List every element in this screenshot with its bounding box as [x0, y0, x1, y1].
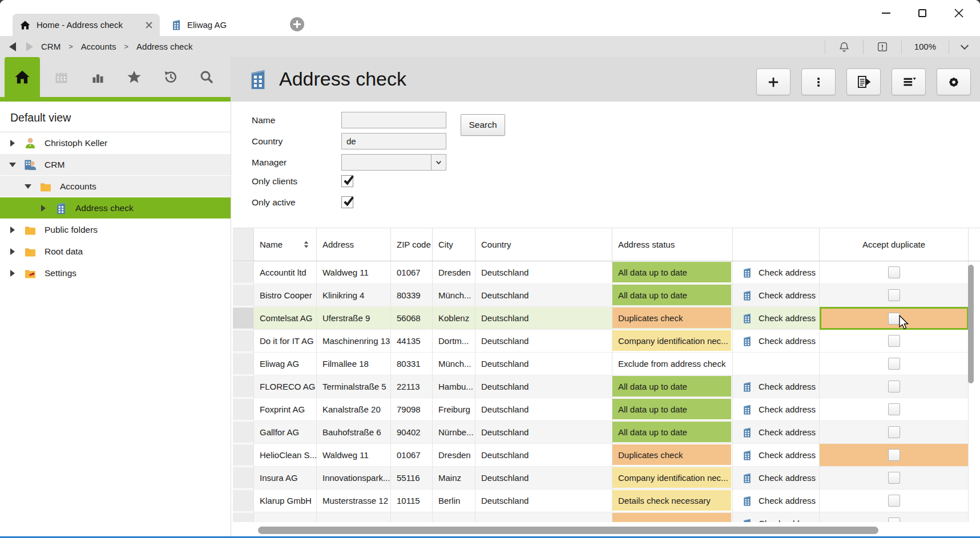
cell-address-status[interactable]: Duplicates check	[612, 307, 733, 330]
table-row[interactable]: Comtelsat AG Uferstraße 9 56068 Koblenz …	[233, 307, 980, 330]
nav-favorites-button[interactable]	[122, 69, 147, 85]
more-actions-button[interactable]	[801, 68, 836, 95]
cell-country[interactable]: Deutschland	[475, 398, 612, 421]
cell-address[interactable]	[317, 512, 391, 522]
cell-address[interactable]: Bauhofstraße 6	[317, 421, 391, 444]
cell-city[interactable]: Dresden	[433, 444, 475, 467]
cell-city[interactable]: Münch...	[433, 353, 475, 375]
zoom-dropdown-button[interactable]	[949, 45, 980, 48]
table-row[interactable]: Accountit ltd Waldweg 11 01067 Dresden D…	[233, 261, 980, 284]
country-input[interactable]	[341, 133, 446, 149]
table-row[interactable]: HelioClean S... Waldweg 11 01067 Dresden…	[233, 444, 980, 467]
cell-address-status[interactable]: All data up to date	[612, 261, 733, 284]
table-row[interactable]: Foxprint AG Kanalstraße 20 79098 Freibur…	[233, 398, 980, 421]
row-gutter[interactable]	[233, 490, 254, 512]
only-clients-checkbox[interactable]	[341, 175, 353, 187]
table-row[interactable]: Gallfor AG Bauhofstraße 6 90402 Nürnbe..…	[233, 421, 980, 444]
cell-address[interactable]: Musterstrasse 12	[317, 490, 391, 512]
cell-name[interactable]: Foxprint AG	[254, 398, 317, 421]
sidebar-item-christoph-keller[interactable]: Christoph Keller	[0, 132, 231, 154]
row-gutter[interactable]	[233, 330, 254, 353]
vertical-scrollbar[interactable]	[968, 265, 974, 383]
cell-accept-duplicate[interactable]	[820, 467, 969, 490]
accept-duplicate-checkbox[interactable]	[888, 266, 900, 278]
forward-icon[interactable]	[26, 42, 33, 51]
column-header-address-status[interactable]: Address status	[612, 228, 733, 261]
check-address-button[interactable]: Check address	[733, 398, 820, 421]
row-gutter[interactable]	[233, 307, 254, 330]
check-address-button[interactable]: Check address	[733, 467, 820, 490]
cell-address-status[interactable]: All data up to date	[612, 398, 733, 421]
cell-zip[interactable]: 22113	[391, 375, 433, 398]
new-tab-button[interactable]	[290, 17, 304, 31]
cell-city[interactable]: Dortm...	[433, 330, 475, 353]
column-header-country[interactable]: Country	[475, 228, 612, 261]
cell-accept-duplicate[interactable]	[820, 353, 969, 375]
cell-accept-duplicate[interactable]	[820, 421, 969, 444]
cell-name[interactable]: Klarup GmbH	[254, 490, 317, 512]
cell-zip[interactable]: 55116	[391, 467, 433, 490]
cell-zip[interactable]: 80331	[391, 353, 433, 375]
expand-arrow-icon[interactable]	[9, 140, 16, 147]
cell-address-status[interactable]: Company identification nec...	[612, 467, 733, 490]
cell-zip[interactable]: 01067	[391, 261, 433, 284]
expand-arrow-icon[interactable]	[9, 163, 16, 167]
cell-address[interactable]: Maschinenring 13	[317, 330, 391, 353]
cell-name[interactable]: Gallfor AG	[254, 421, 317, 444]
check-address-button[interactable]: Check address	[733, 307, 820, 330]
cell-country[interactable]	[475, 512, 612, 522]
cell-accept-duplicate[interactable]	[820, 512, 969, 522]
accept-duplicate-checkbox[interactable]	[888, 426, 900, 438]
breadcrumb-item-accounts[interactable]: Accounts	[81, 42, 116, 51]
maximize-button[interactable]	[914, 5, 931, 22]
cell-accept-duplicate[interactable]	[820, 330, 969, 353]
check-address-button[interactable]: Check address	[733, 444, 820, 467]
add-button[interactable]	[756, 68, 791, 95]
export-button[interactable]	[846, 68, 881, 95]
cell-accept-duplicate[interactable]	[820, 398, 969, 421]
row-gutter[interactable]	[233, 261, 254, 284]
accept-duplicate-checkbox[interactable]	[888, 313, 900, 325]
cell-address-status[interactable]: Exclude from address check	[612, 353, 733, 375]
accept-duplicate-checkbox[interactable]	[888, 358, 900, 370]
zoom-level[interactable]: 100%	[902, 42, 949, 51]
nav-calendar-button[interactable]	[49, 70, 74, 85]
manager-dropdown-button[interactable]	[431, 155, 446, 170]
cell-name[interactable]: Do it for IT AG	[254, 330, 317, 353]
accept-duplicate-checkbox[interactable]	[888, 517, 900, 522]
cell-address[interactable]: Uferstraße 9	[317, 307, 391, 330]
table-row[interactable]: Check address	[233, 512, 980, 522]
table-row[interactable]: FLORECO AG Terminalstraße 5 22113 Hambu.…	[233, 375, 980, 398]
expand-arrow-icon[interactable]	[9, 270, 16, 277]
sidebar-item-settings[interactable]: Settings	[0, 262, 231, 284]
alerts-button[interactable]	[864, 41, 901, 53]
horizontal-scrollbar[interactable]	[258, 527, 878, 534]
sidebar-item-crm[interactable]: CRM	[0, 154, 231, 176]
nav-home-tab[interactable]	[5, 57, 40, 97]
sidebar-item-accounts[interactable]: Accounts	[0, 176, 231, 197]
cell-city[interactable]: Berlin	[433, 490, 475, 512]
row-gutter[interactable]	[233, 467, 254, 490]
expand-arrow-icon[interactable]	[9, 226, 16, 233]
column-header-zip[interactable]: ZIP code	[391, 228, 433, 261]
cell-accept-duplicate[interactable]	[820, 490, 969, 512]
column-header-city[interactable]: City	[433, 228, 475, 261]
cell-address[interactable]: Waldweg 11	[317, 444, 391, 467]
cell-name[interactable]: Eliwag AG	[254, 353, 317, 375]
row-gutter[interactable]	[233, 353, 254, 375]
cell-zip[interactable]: 56068	[391, 307, 433, 330]
close-button[interactable]	[950, 5, 967, 22]
cell-name[interactable]: FLORECO AG	[254, 375, 317, 398]
tab-eliwag-ag[interactable]: Eliwag AG	[164, 14, 284, 36]
cell-city[interactable]: Nürnbe...	[433, 421, 475, 444]
cell-accept-duplicate[interactable]	[820, 444, 969, 467]
column-header-action[interactable]	[733, 228, 820, 261]
cell-country[interactable]: Deutschland	[475, 467, 612, 490]
only-active-checkbox[interactable]	[341, 196, 353, 208]
cell-accept-duplicate[interactable]	[820, 307, 969, 330]
check-address-button[interactable]: Check address	[733, 512, 820, 522]
search-button[interactable]: Search	[461, 114, 505, 136]
table-row[interactable]: Do it for IT AG Maschinenring 13 44135 D…	[233, 330, 980, 353]
cell-zip[interactable]: 90402	[391, 421, 433, 444]
row-gutter[interactable]	[233, 398, 254, 421]
